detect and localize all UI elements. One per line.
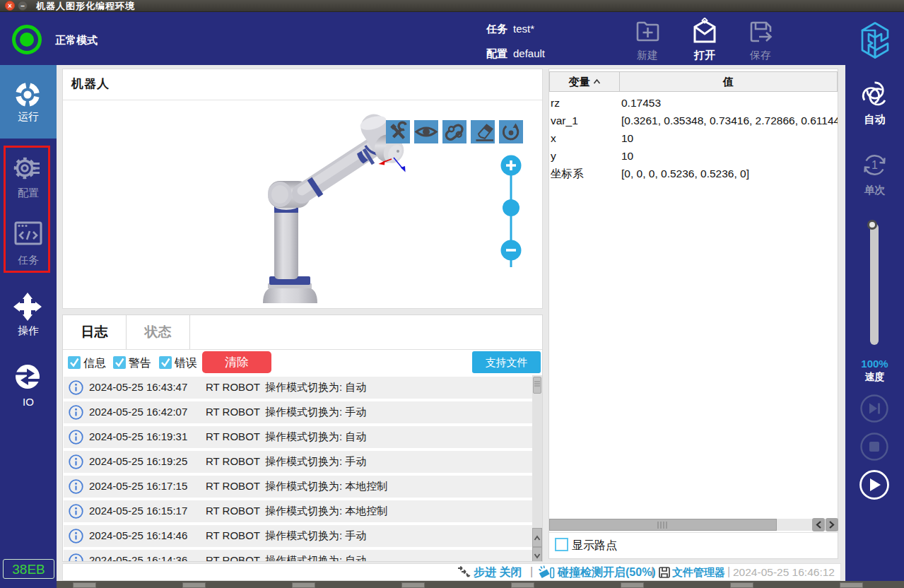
svg-text:1: 1 — [871, 159, 878, 171]
